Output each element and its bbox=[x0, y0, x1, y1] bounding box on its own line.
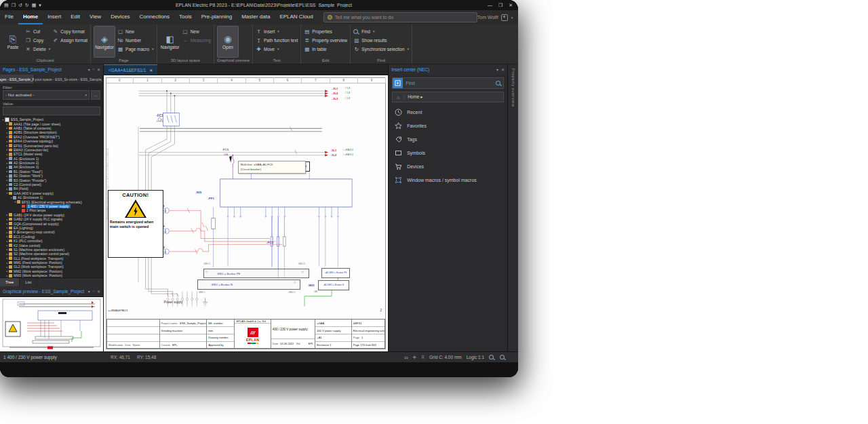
menu-tab[interactable]: View bbox=[85, 10, 106, 24]
pin-icon[interactable]: ▫ bbox=[93, 289, 94, 294]
show-results-button[interactable]: ▥Show results bbox=[353, 36, 409, 44]
menu-tab[interactable]: Pre-planning bbox=[197, 10, 237, 24]
user-account[interactable]: Tom Wolff ▾ bbox=[477, 14, 518, 21]
new-layout-icon: ▢ bbox=[182, 28, 189, 35]
close-tab-icon[interactable]: ✕ bbox=[149, 68, 153, 73]
synchronize-selection-button[interactable]: ↻Synchronize selection▾ bbox=[353, 45, 409, 53]
schematic-label: Power supply bbox=[164, 301, 183, 304]
menu-tab[interactable]: Connections bbox=[135, 10, 174, 24]
copy-button[interactable]: ❐Copy bbox=[25, 36, 50, 44]
cut-button[interactable]: ✂Cut bbox=[25, 27, 50, 35]
page-navigator-button[interactable]: ◈Navigator bbox=[94, 26, 115, 58]
dropdown-icon[interactable]: ▾ bbox=[88, 289, 90, 294]
layout-navigator-button[interactable]: ◧Navigator bbox=[160, 26, 180, 58]
zoom-out-icon[interactable] bbox=[489, 355, 494, 360]
tree-list-tab[interactable]: List bbox=[20, 278, 37, 286]
close-panel-icon[interactable]: ✕ bbox=[97, 289, 100, 294]
document-tab[interactable]: =GAA+A1&EFS1/1 ✕ bbox=[104, 64, 157, 75]
preview-open-button[interactable]: ◉Open bbox=[217, 26, 239, 58]
menu-tab[interactable]: Home bbox=[18, 10, 43, 24]
page-icon bbox=[9, 127, 12, 130]
coordinates-icon[interactable]: ⠿ bbox=[421, 355, 425, 360]
qat-icon[interactable]: ↺ bbox=[18, 3, 22, 8]
maximize-button[interactable]: ❐ bbox=[498, 3, 502, 8]
busbar-we2[interactable]: -WE2 = Busbar N bbox=[197, 280, 300, 290]
menu-tab[interactable]: Master data bbox=[237, 10, 275, 24]
properties-button[interactable]: ▤Properties bbox=[304, 27, 347, 35]
paste-button[interactable]: ⎘Paste bbox=[3, 26, 23, 58]
menu-tab[interactable]: Devices bbox=[106, 10, 134, 24]
cart-icon bbox=[395, 163, 402, 170]
search-input[interactable]: Tell me what you want to do bbox=[323, 12, 477, 22]
preview-status: 1 400 / 230 V power supply bbox=[0, 355, 106, 360]
snap-icon[interactable]: ⚏ bbox=[404, 355, 408, 360]
insert-center-search[interactable]: Find bbox=[392, 77, 504, 89]
insert-center-item-devices[interactable]: Devices bbox=[389, 159, 507, 173]
layout-new-button[interactable]: ▢New bbox=[182, 27, 211, 35]
property-overview-tab[interactable]: Property overview bbox=[507, 64, 518, 351]
frame-column-ref: 2 bbox=[380, 308, 382, 311]
graphical-preview-thumbnail[interactable] bbox=[0, 296, 103, 351]
text-insert-button[interactable]: TInsert▾ bbox=[256, 27, 298, 35]
copy-format-button[interactable]: ✎Copy format bbox=[52, 27, 87, 35]
insert-center-item-recent[interactable]: Recent bbox=[389, 105, 507, 119]
close-button[interactable]: ✕ bbox=[509, 3, 513, 8]
menu-tab[interactable]: Insert bbox=[43, 10, 66, 24]
find-button[interactable]: Find▾ bbox=[353, 27, 409, 35]
close-panel-icon[interactable]: ✕ bbox=[97, 67, 100, 72]
insert-center-item-symbols[interactable]: Symbols bbox=[389, 146, 507, 159]
home-icon[interactable]: ⌂ bbox=[393, 95, 404, 100]
properties-icon: ▤ bbox=[304, 28, 310, 35]
qat-icon[interactable]: ▤ bbox=[4, 3, 9, 8]
path-text-icon: Ṯ bbox=[256, 37, 262, 43]
zoom-in-icon[interactable] bbox=[500, 355, 505, 360]
qat-icon[interactable]: ↻ bbox=[25, 3, 29, 8]
property-overview-button[interactable]: ≣Property overview bbox=[304, 36, 347, 44]
filter-more-button[interactable]: ... bbox=[91, 90, 100, 100]
menu-tab[interactable]: Edit bbox=[66, 10, 85, 24]
search-icon[interactable] bbox=[494, 81, 503, 85]
insert-center-breadcrumb[interactable]: ⌂ Home ▸ bbox=[392, 92, 504, 102]
pin-icon[interactable]: ▫ bbox=[93, 67, 94, 72]
schematic-label: / +EA/3.4 bbox=[343, 153, 353, 156]
dropdown-icon[interactable]: ▾ bbox=[496, 67, 498, 72]
schematic-label: -WE2.3 bbox=[288, 291, 296, 294]
dropdown-icon[interactable]: ▾ bbox=[88, 67, 90, 72]
dock-tab[interactable]: Layout space - ESS_Sa... bbox=[35, 75, 69, 83]
in-table-button[interactable]: ▦In table bbox=[304, 45, 347, 53]
dock-tab[interactable]: Devices - ESS_Sample_... bbox=[68, 75, 103, 83]
page-new-button[interactable]: ▢New bbox=[117, 27, 154, 35]
insert-center-item-favorites[interactable]: Favorites bbox=[389, 119, 507, 132]
close-panel-icon[interactable]: ✕ bbox=[501, 67, 505, 72]
value-input[interactable] bbox=[3, 107, 100, 115]
busbar-we1[interactable]: -WE1 = Busbar PE bbox=[203, 269, 309, 279]
grid-toggle-icon[interactable]: ✛ bbox=[413, 355, 416, 360]
page-tree: ▾ ESS_Sample_Project ▸ AAA1 (Title page … bbox=[0, 117, 103, 277]
move-button[interactable]: ✚Move▾ bbox=[256, 45, 298, 53]
filter-select[interactable]: - Not activated -▾ bbox=[3, 90, 90, 100]
qat-icon[interactable]: ❐ bbox=[12, 3, 16, 8]
menu-tab[interactable]: EPLAN Cloud bbox=[275, 10, 317, 24]
page-icon bbox=[9, 153, 12, 156]
status-bar: 1 400 / 230 V power supply RX: 46,71 RY:… bbox=[0, 351, 518, 362]
dock-tab[interactable]: Pages - ESS_Sample_P... bbox=[0, 75, 35, 83]
insert-center-item-window-macros[interactable]: Window macros / symbol macros bbox=[389, 173, 507, 187]
menu-tab[interactable]: Tools bbox=[174, 10, 197, 24]
delete-button[interactable]: ✕Delete▾ bbox=[25, 45, 50, 53]
qat-icon[interactable]: ▦ bbox=[32, 3, 37, 8]
tree-list-tab[interactable]: Tree bbox=[0, 278, 20, 286]
minimize-button[interactable]: — bbox=[488, 3, 492, 8]
path-function-text-button[interactable]: ṮPath function text bbox=[256, 36, 298, 44]
page-icon bbox=[9, 157, 12, 160]
eplan-window-dark[interactable]: ▤❐↺↻▦▾ EPLAN Electric P8 2023 - E:\EPLAN… bbox=[0, 0, 518, 377]
menu-tab[interactable]: File bbox=[0, 10, 18, 24]
insert-center-item-tags[interactable]: Tags bbox=[389, 132, 507, 146]
page-number-button[interactable]: №Number bbox=[117, 36, 154, 44]
eye-icon: ◉ bbox=[224, 35, 231, 43]
assign-format-button[interactable]: ✐Assign format bbox=[52, 36, 87, 44]
table-icon: ▦ bbox=[304, 46, 310, 52]
page-icon bbox=[9, 213, 12, 216]
schematic-canvas[interactable]: 0123456789 bbox=[104, 75, 388, 351]
page-macro-button[interactable]: ▦Page macro▾ bbox=[117, 45, 154, 53]
qat-icon[interactable]: ▾ bbox=[39, 3, 41, 8]
